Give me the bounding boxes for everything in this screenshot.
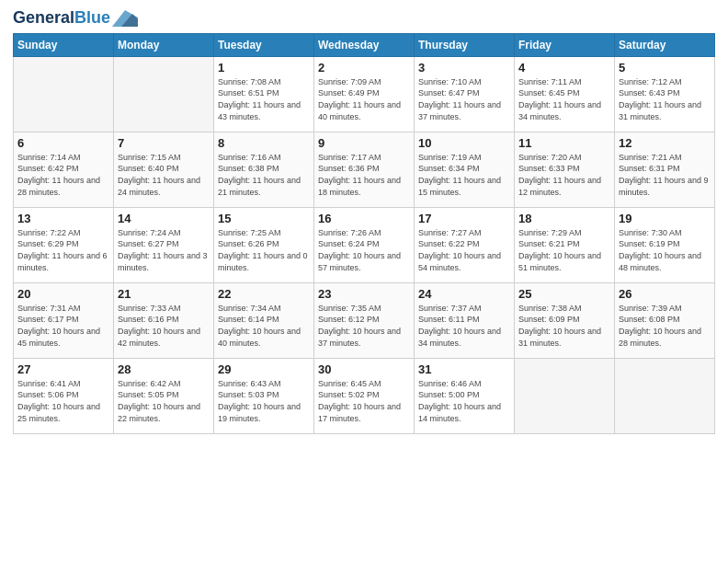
calendar-cell: 29Sunrise: 6:43 AMSunset: 5:03 PMDayligh…: [214, 358, 314, 433]
day-info: Sunrise: 7:34 AMSunset: 6:14 PMDaylight:…: [218, 303, 310, 349]
day-info: Sunrise: 6:41 AMSunset: 5:06 PMDaylight:…: [17, 378, 109, 424]
day-info: Sunrise: 7:21 AMSunset: 6:31 PMDaylight:…: [619, 152, 711, 198]
day-number: 19: [619, 212, 711, 225]
weekday-thursday: Thursday: [415, 33, 515, 56]
day-info: Sunrise: 7:24 AMSunset: 6:27 PMDaylight:…: [118, 227, 210, 273]
day-info: Sunrise: 7:30 AMSunset: 6:19 PMDaylight:…: [619, 227, 711, 273]
day-number: 8: [218, 136, 310, 150]
calendar-cell: 1Sunrise: 7:08 AMSunset: 6:51 PMDaylight…: [214, 56, 314, 132]
day-info: Sunrise: 7:37 AMSunset: 6:11 PMDaylight:…: [418, 303, 510, 349]
calendar-week-4: 20Sunrise: 7:31 AMSunset: 6:17 PMDayligh…: [14, 282, 715, 358]
calendar-week-1: 1Sunrise: 7:08 AMSunset: 6:51 PMDaylight…: [14, 56, 715, 132]
weekday-wednesday: Wednesday: [314, 33, 415, 56]
calendar-cell: 7Sunrise: 7:15 AMSunset: 6:40 PMDaylight…: [114, 132, 214, 207]
day-info: Sunrise: 7:10 AMSunset: 6:47 PMDaylight:…: [418, 76, 510, 122]
logo: GeneralBlue: [13, 9, 138, 28]
day-number: 9: [318, 136, 410, 150]
day-number: 13: [17, 212, 109, 225]
weekday-tuesday: Tuesday: [214, 33, 314, 56]
page: GeneralBlue SundayMondayTuesdayWednesday…: [0, 0, 728, 563]
day-info: Sunrise: 7:11 AMSunset: 6:45 PMDaylight:…: [518, 76, 610, 122]
calendar-cell: [114, 56, 214, 132]
calendar-cell: 16Sunrise: 7:26 AMSunset: 6:24 PMDayligh…: [314, 207, 415, 282]
day-number: 22: [218, 287, 310, 301]
day-number: 29: [218, 362, 310, 376]
calendar-cell: 15Sunrise: 7:25 AMSunset: 6:26 PMDayligh…: [214, 207, 314, 282]
header: GeneralBlue: [13, 9, 715, 28]
day-number: 3: [418, 61, 510, 75]
day-number: 21: [118, 287, 210, 301]
calendar-cell: [14, 56, 114, 132]
calendar-cell: 17Sunrise: 7:27 AMSunset: 6:22 PMDayligh…: [415, 207, 515, 282]
weekday-monday: Monday: [114, 33, 214, 56]
calendar-week-3: 13Sunrise: 7:22 AMSunset: 6:29 PMDayligh…: [14, 207, 715, 282]
logo-icon: [112, 10, 138, 27]
calendar-cell: 13Sunrise: 7:22 AMSunset: 6:29 PMDayligh…: [14, 207, 114, 282]
day-number: 31: [418, 362, 510, 376]
calendar-cell: 9Sunrise: 7:17 AMSunset: 6:36 PMDaylight…: [314, 132, 415, 207]
day-number: 14: [118, 212, 210, 225]
day-info: Sunrise: 7:19 AMSunset: 6:34 PMDaylight:…: [418, 152, 510, 198]
day-info: Sunrise: 7:20 AMSunset: 6:33 PMDaylight:…: [518, 152, 610, 198]
logo-text: GeneralBlue: [13, 9, 110, 28]
day-number: 25: [518, 287, 610, 301]
calendar-table: SundayMondayTuesdayWednesdayThursdayFrid…: [13, 33, 715, 434]
calendar-cell: 31Sunrise: 6:46 AMSunset: 5:00 PMDayligh…: [415, 358, 515, 433]
weekday-saturday: Saturday: [615, 33, 715, 56]
calendar-cell: [515, 358, 615, 433]
day-number: 24: [418, 287, 510, 301]
weekday-header-row: SundayMondayTuesdayWednesdayThursdayFrid…: [14, 33, 715, 56]
day-number: 23: [318, 287, 410, 301]
calendar-week-2: 6Sunrise: 7:14 AMSunset: 6:42 PMDaylight…: [14, 132, 715, 207]
day-number: 7: [118, 136, 210, 150]
day-number: 20: [17, 287, 109, 301]
day-number: 15: [218, 212, 310, 225]
day-info: Sunrise: 7:35 AMSunset: 6:12 PMDaylight:…: [318, 303, 410, 349]
day-info: Sunrise: 6:42 AMSunset: 5:05 PMDaylight:…: [118, 378, 210, 424]
calendar-cell: 22Sunrise: 7:34 AMSunset: 6:14 PMDayligh…: [214, 282, 314, 358]
day-info: Sunrise: 7:15 AMSunset: 6:40 PMDaylight:…: [118, 152, 210, 198]
day-info: Sunrise: 7:38 AMSunset: 6:09 PMDaylight:…: [518, 303, 610, 349]
day-number: 6: [17, 136, 109, 150]
calendar-cell: 26Sunrise: 7:39 AMSunset: 6:08 PMDayligh…: [615, 282, 715, 358]
calendar-cell: 14Sunrise: 7:24 AMSunset: 6:27 PMDayligh…: [114, 207, 214, 282]
day-info: Sunrise: 7:33 AMSunset: 6:16 PMDaylight:…: [118, 303, 210, 349]
day-info: Sunrise: 6:43 AMSunset: 5:03 PMDaylight:…: [218, 378, 310, 424]
calendar-cell: 28Sunrise: 6:42 AMSunset: 5:05 PMDayligh…: [114, 358, 214, 433]
calendar-week-5: 27Sunrise: 6:41 AMSunset: 5:06 PMDayligh…: [14, 358, 715, 433]
day-number: 10: [418, 136, 510, 150]
calendar-cell: 30Sunrise: 6:45 AMSunset: 5:02 PMDayligh…: [314, 358, 415, 433]
day-info: Sunrise: 6:46 AMSunset: 5:00 PMDaylight:…: [418, 378, 510, 424]
day-info: Sunrise: 7:31 AMSunset: 6:17 PMDaylight:…: [17, 303, 109, 349]
weekday-sunday: Sunday: [14, 33, 114, 56]
day-info: Sunrise: 7:14 AMSunset: 6:42 PMDaylight:…: [17, 152, 109, 198]
day-number: 16: [318, 212, 410, 225]
calendar-cell: 23Sunrise: 7:35 AMSunset: 6:12 PMDayligh…: [314, 282, 415, 358]
day-info: Sunrise: 7:17 AMSunset: 6:36 PMDaylight:…: [318, 152, 410, 198]
day-info: Sunrise: 6:45 AMSunset: 5:02 PMDaylight:…: [318, 378, 410, 424]
calendar-cell: 20Sunrise: 7:31 AMSunset: 6:17 PMDayligh…: [14, 282, 114, 358]
day-info: Sunrise: 7:39 AMSunset: 6:08 PMDaylight:…: [619, 303, 711, 349]
calendar-cell: 25Sunrise: 7:38 AMSunset: 6:09 PMDayligh…: [515, 282, 615, 358]
day-info: Sunrise: 7:09 AMSunset: 6:49 PMDaylight:…: [318, 76, 410, 122]
calendar-cell: 5Sunrise: 7:12 AMSunset: 6:43 PMDaylight…: [615, 56, 715, 132]
day-info: Sunrise: 7:25 AMSunset: 6:26 PMDaylight:…: [218, 227, 310, 273]
calendar-cell: 27Sunrise: 6:41 AMSunset: 5:06 PMDayligh…: [14, 358, 114, 433]
day-number: 27: [17, 362, 109, 376]
day-number: 1: [218, 61, 310, 75]
day-number: 4: [518, 61, 610, 75]
calendar-cell: 4Sunrise: 7:11 AMSunset: 6:45 PMDaylight…: [515, 56, 615, 132]
day-number: 28: [118, 362, 210, 376]
weekday-friday: Friday: [515, 33, 615, 56]
day-number: 26: [619, 287, 711, 301]
day-number: 2: [318, 61, 410, 75]
day-number: 5: [619, 61, 711, 75]
calendar-cell: [615, 358, 715, 433]
calendar-cell: 2Sunrise: 7:09 AMSunset: 6:49 PMDaylight…: [314, 56, 415, 132]
calendar-cell: 21Sunrise: 7:33 AMSunset: 6:16 PMDayligh…: [114, 282, 214, 358]
day-info: Sunrise: 7:22 AMSunset: 6:29 PMDaylight:…: [17, 227, 109, 273]
day-number: 12: [619, 136, 711, 150]
day-info: Sunrise: 7:26 AMSunset: 6:24 PMDaylight:…: [318, 227, 410, 273]
day-info: Sunrise: 7:16 AMSunset: 6:38 PMDaylight:…: [218, 152, 310, 198]
day-number: 30: [318, 362, 410, 376]
